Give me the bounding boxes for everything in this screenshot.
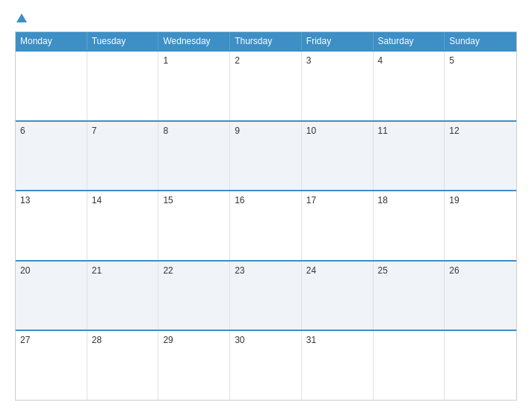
day-number: 4 — [378, 55, 383, 66]
day-number: 31 — [306, 335, 316, 345]
day-number: 20 — [20, 265, 30, 276]
day-number: 27 — [20, 335, 30, 345]
calendar-cell: 25 — [374, 262, 445, 330]
day-number: 16 — [235, 195, 244, 206]
day-number: 28 — [92, 335, 102, 345]
calendar-cell: 14 — [87, 191, 159, 260]
day-number: 5 — [449, 55, 454, 66]
calendar-cell: 11 — [374, 122, 445, 191]
day-number: 2 — [235, 55, 240, 66]
calendar-cell: 28 — [87, 331, 159, 400]
calendar-cell: 30 — [230, 331, 302, 400]
day-number: 21 — [92, 265, 102, 276]
header-day-thursday: Thursday — [230, 32, 302, 50]
day-number: 7 — [92, 126, 97, 136]
calendar-cell: 9 — [230, 122, 302, 191]
calendar-page: MondayTuesdayWednesdayThursdayFridaySatu… — [0, 0, 532, 411]
calendar-cell: 16 — [230, 191, 302, 260]
calendar-cell: 26 — [445, 262, 516, 330]
day-number: 25 — [378, 265, 388, 276]
day-number: 13 — [20, 195, 30, 206]
day-number: 1 — [163, 55, 168, 66]
calendar-week-1: 12345 — [16, 50, 516, 120]
day-number: 26 — [449, 265, 459, 276]
day-number: 15 — [163, 195, 173, 206]
calendar-cell — [445, 331, 516, 400]
calendar-week-3: 13141516171819 — [16, 190, 516, 260]
calendar-cell: 27 — [16, 331, 87, 400]
day-number: 8 — [163, 126, 168, 136]
day-number: 22 — [163, 265, 173, 276]
calendar-cell: 6 — [16, 122, 87, 191]
calendar-week-4: 20212223242526 — [16, 260, 516, 330]
calendar-cell: 1 — [158, 52, 230, 120]
header — [15, 13, 517, 24]
day-number: 19 — [449, 195, 459, 206]
calendar-cell — [374, 331, 445, 400]
calendar-cell: 10 — [302, 122, 374, 191]
calendar-week-5: 2728293031 — [16, 330, 516, 400]
calendar-cell: 22 — [158, 262, 230, 330]
calendar-cell: 5 — [445, 52, 516, 120]
calendar-cell: 17 — [302, 191, 374, 260]
logo — [15, 13, 27, 24]
day-number: 18 — [378, 195, 388, 206]
calendar-cell: 31 — [302, 331, 374, 400]
day-number: 24 — [306, 265, 316, 276]
calendar-cell: 12 — [445, 122, 516, 191]
logo-triangle-icon — [16, 13, 27, 22]
calendar-grid: MondayTuesdayWednesdayThursdayFridaySatu… — [15, 31, 517, 401]
day-number: 11 — [378, 126, 388, 136]
day-number: 12 — [449, 126, 459, 136]
header-day-sunday: Sunday — [445, 32, 516, 50]
calendar-cell: 24 — [302, 262, 374, 330]
logo-text — [15, 13, 27, 24]
calendar-cell: 7 — [87, 122, 159, 191]
calendar-cell — [16, 52, 87, 120]
day-number: 10 — [306, 126, 316, 136]
header-day-wednesday: Wednesday — [158, 32, 230, 50]
day-number: 17 — [306, 195, 316, 206]
calendar-cell: 23 — [230, 262, 302, 330]
calendar-cell: 15 — [158, 191, 230, 260]
header-day-monday: Monday — [16, 32, 87, 50]
calendar-header: MondayTuesdayWednesdayThursdayFridaySatu… — [16, 32, 516, 50]
calendar-week-2: 6789101112 — [16, 120, 516, 191]
day-number: 14 — [92, 195, 102, 206]
day-number: 3 — [306, 55, 312, 66]
calendar-cell — [87, 52, 159, 120]
header-day-tuesday: Tuesday — [87, 32, 159, 50]
day-number: 6 — [20, 126, 25, 136]
calendar-cell: 29 — [158, 331, 230, 400]
day-number: 30 — [235, 335, 244, 345]
calendar-cell: 4 — [374, 52, 445, 120]
calendar-cell: 21 — [87, 262, 159, 330]
day-number: 23 — [235, 265, 244, 276]
calendar-cell: 13 — [16, 191, 87, 260]
header-day-friday: Friday — [302, 32, 374, 50]
calendar-cell: 2 — [230, 52, 302, 120]
header-day-saturday: Saturday — [374, 32, 445, 50]
calendar-cell: 3 — [302, 52, 374, 120]
calendar-cell: 8 — [158, 122, 230, 191]
calendar-cell: 18 — [374, 191, 445, 260]
calendar-cell: 20 — [16, 262, 87, 330]
day-number: 29 — [163, 335, 173, 345]
calendar-cell: 19 — [445, 191, 516, 260]
day-number: 9 — [235, 126, 240, 136]
calendar-body: 1234567891011121314151617181920212223242… — [16, 50, 516, 400]
